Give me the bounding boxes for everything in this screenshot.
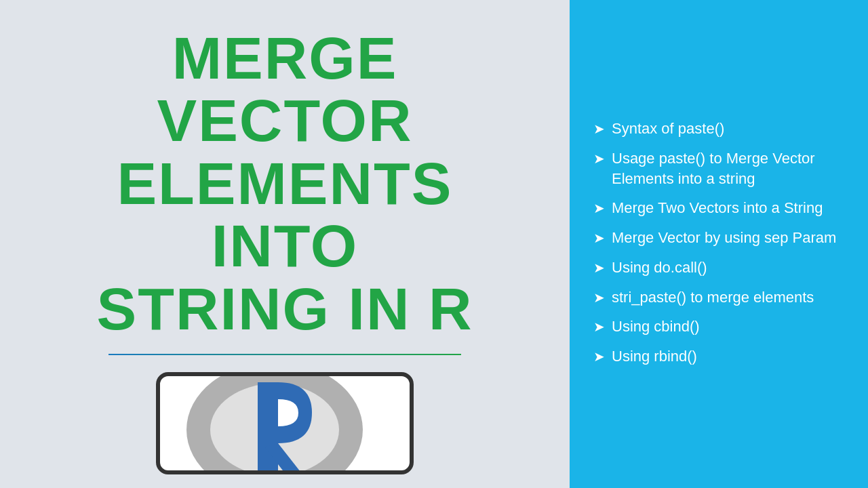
- bullet-text-0: Syntax of paste(): [612, 119, 844, 139]
- bullet-text-7: Using rbind(): [612, 346, 844, 367]
- r-logo-svg: [176, 372, 393, 474]
- bullet-item-0: ➤Syntax of paste(): [593, 119, 844, 139]
- bullet-text-1: Usage paste() to Merge Vector Elements i…: [612, 148, 844, 188]
- bullet-arrow-2: ➤: [593, 199, 605, 218]
- bullet-item-3: ➤Merge Vector by using sep Param: [593, 228, 844, 248]
- bullet-arrow-7: ➤: [593, 348, 605, 366]
- bullet-item-1: ➤Usage paste() to Merge Vector Elements …: [593, 148, 844, 188]
- bullet-arrow-5: ➤: [593, 289, 605, 307]
- bullet-arrow-1: ➤: [593, 150, 605, 168]
- bullet-arrow-0: ➤: [593, 120, 605, 138]
- title-line1: MERGE VECTOR: [157, 24, 412, 154]
- right-panel: ➤Syntax of paste()➤Usage paste() to Merg…: [570, 0, 868, 488]
- bullet-text-4: Using do.call(): [612, 258, 844, 278]
- bullet-list: ➤Syntax of paste()➤Usage paste() to Merg…: [593, 119, 844, 375]
- bullet-text-6: Using cbind(): [612, 317, 844, 337]
- title-line3: STRING IN R: [97, 275, 473, 342]
- bullet-text-2: Merge Two Vectors into a String: [612, 198, 844, 218]
- bullet-arrow-6: ➤: [593, 318, 605, 336]
- bullet-item-6: ➤Using cbind(): [593, 317, 844, 337]
- bullet-arrow-4: ➤: [593, 259, 605, 277]
- bullet-text-3: Merge Vector by using sep Param: [612, 228, 844, 248]
- bullet-item-2: ➤Merge Two Vectors into a String: [593, 198, 844, 218]
- r-logo-container: [156, 372, 414, 474]
- left-panel: MERGE VECTOR ELEMENTS INTO STRING IN R: [0, 0, 570, 488]
- title-line2: ELEMENTS INTO: [117, 150, 452, 279]
- bullet-item-5: ➤stri_paste() to merge elements: [593, 287, 844, 308]
- bullet-item-4: ➤Using do.call(): [593, 258, 844, 278]
- main-title: MERGE VECTOR ELEMENTS INTO STRING IN R: [41, 27, 529, 340]
- bullet-item-7: ➤Using rbind(): [593, 346, 844, 367]
- divider-line: [108, 354, 461, 355]
- bullet-arrow-3: ➤: [593, 229, 605, 247]
- bullet-text-5: stri_paste() to merge elements: [612, 287, 844, 308]
